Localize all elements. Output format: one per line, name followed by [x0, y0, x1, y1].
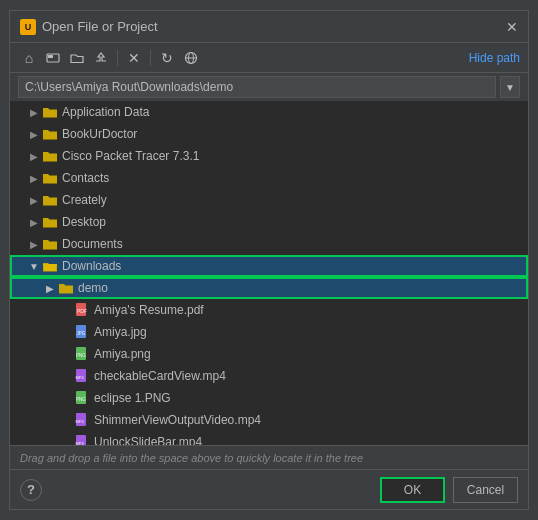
folder-icon	[42, 148, 58, 164]
folder-icon	[42, 236, 58, 252]
item-label: eclipse 1.PNG	[94, 391, 171, 405]
jpg-file-icon: JPG	[74, 324, 90, 340]
item-label: Desktop	[62, 215, 106, 229]
video2-file-icon: MP4	[74, 412, 90, 428]
tree-item-creately[interactable]: ▶ Creately	[10, 189, 528, 211]
home-button[interactable]: ⌂	[18, 47, 40, 69]
folder-icon-open	[42, 258, 58, 274]
tree-item-cisco[interactable]: ▶ Cisco Packet Tracer 7.3.1	[10, 145, 528, 167]
expand-icon: ▶	[26, 217, 42, 228]
png-file-icon: PNG	[74, 346, 90, 362]
folder-icon	[58, 280, 74, 296]
expand-icon: ▶	[26, 173, 42, 184]
tree-item-application-data[interactable]: ▶ Application Data	[10, 101, 528, 123]
expand-icon: ▶	[26, 129, 42, 140]
svg-text:JPG: JPG	[77, 331, 86, 336]
close-icon[interactable]: ✕	[506, 20, 518, 34]
title-bar: U Open File or Project ✕	[10, 11, 528, 43]
item-label: BookUrDoctor	[62, 127, 137, 141]
folder-button[interactable]	[66, 47, 88, 69]
bottom-bar: ? OK Cancel	[10, 469, 528, 509]
expand-icon: ▼	[26, 261, 42, 272]
tree-item-resume[interactable]: ▶ PDF Amiya's Resume.pdf	[10, 299, 528, 321]
tree-item-desktop[interactable]: ▶ Desktop	[10, 211, 528, 233]
help-button[interactable]: ?	[20, 479, 42, 501]
folder-icon	[42, 170, 58, 186]
item-label: Documents	[62, 237, 123, 251]
cancel-button[interactable]: Cancel	[453, 477, 518, 503]
item-label: Downloads	[62, 259, 121, 273]
toolbar-separator2	[150, 50, 151, 66]
tree-item-checkable[interactable]: ▶ MP4 checkableCardView.mp4	[10, 365, 528, 387]
svg-text:PDF: PDF	[77, 308, 87, 314]
ok-button[interactable]: OK	[380, 477, 445, 503]
action-buttons: OK Cancel	[380, 477, 518, 503]
tree-item-demo[interactable]: ▶ demo	[10, 277, 528, 299]
drive-button[interactable]	[42, 47, 64, 69]
up-button[interactable]	[90, 47, 112, 69]
svg-rect-1	[48, 55, 53, 58]
pdf-file-icon: PDF	[74, 302, 90, 318]
status-text: Drag and drop a file into the space abov…	[20, 452, 363, 464]
item-label: ShimmerViewOutputVideo.mp4	[94, 413, 261, 427]
path-bar: ▼	[10, 73, 528, 101]
video3-file-icon: MP4	[74, 434, 90, 445]
expand-icon: ▶	[26, 239, 42, 250]
title-bar-left: U Open File or Project	[20, 19, 158, 35]
expand-icon: ▶	[26, 195, 42, 206]
toolbar-separator	[117, 50, 118, 66]
item-label: Creately	[62, 193, 107, 207]
network-button[interactable]	[180, 47, 202, 69]
app-icon: U	[20, 19, 36, 35]
hide-path-button[interactable]: Hide path	[469, 51, 520, 65]
item-label: demo	[78, 281, 108, 295]
item-label: Amiya's Resume.pdf	[94, 303, 204, 317]
folder-icon	[42, 214, 58, 230]
tree-item-documents[interactable]: ▶ Documents	[10, 233, 528, 255]
tree-item-shimmer[interactable]: ▶ MP4 ShimmerViewOutputVideo.mp4	[10, 409, 528, 431]
tree-item-bookurdoctor[interactable]: ▶ BookUrDoctor	[10, 123, 528, 145]
toolbar: ⌂ ✕ ↻ Hide path	[10, 43, 528, 73]
svg-text:PNG: PNG	[76, 397, 86, 402]
tree-item-unlock[interactable]: ▶ MP4 UnlockSlideBar.mp4	[10, 431, 528, 445]
folder-icon	[42, 192, 58, 208]
svg-text:PNG: PNG	[76, 353, 86, 358]
tree-item-amiya-png[interactable]: ▶ PNG Amiya.png	[10, 343, 528, 365]
path-input[interactable]	[18, 76, 496, 98]
folder-icon	[42, 126, 58, 142]
item-label: Cisco Packet Tracer 7.3.1	[62, 149, 199, 163]
expand-icon: ▶	[26, 151, 42, 162]
folder-icon	[42, 104, 58, 120]
item-label: checkableCardView.mp4	[94, 369, 226, 383]
dialog-title: Open File or Project	[42, 19, 158, 34]
open-file-dialog: U Open File or Project ✕ ⌂ ✕ ↻ Hide p	[9, 10, 529, 510]
png2-file-icon: PNG	[74, 390, 90, 406]
tree-item-amiya-jpg[interactable]: ▶ JPG Amiya.jpg	[10, 321, 528, 343]
tree-item-eclipse[interactable]: ▶ PNG eclipse 1.PNG	[10, 387, 528, 409]
item-label: Contacts	[62, 171, 109, 185]
video-file-icon: MP4	[74, 368, 90, 384]
expand-icon: ▶	[42, 283, 58, 294]
expand-icon: ▶	[26, 107, 42, 118]
item-label: UnlockSlideBar.mp4	[94, 435, 202, 445]
refresh-button[interactable]: ↻	[156, 47, 178, 69]
delete-button[interactable]: ✕	[123, 47, 145, 69]
tree-item-downloads[interactable]: ▼ Downloads	[10, 255, 528, 277]
status-bar: Drag and drop a file into the space abov…	[10, 445, 528, 469]
toolbar-buttons: ⌂ ✕ ↻	[18, 47, 202, 69]
item-label: Application Data	[62, 105, 149, 119]
svg-text:MP4: MP4	[76, 419, 85, 424]
file-tree[interactable]: ▶ Application Data ▶ BookUrDoctor ▶ Cisc…	[10, 101, 528, 445]
item-label: Amiya.png	[94, 347, 151, 361]
path-dropdown-arrow[interactable]: ▼	[500, 76, 520, 98]
tree-item-contacts[interactable]: ▶ Contacts	[10, 167, 528, 189]
svg-text:MP4: MP4	[76, 375, 85, 380]
item-label: Amiya.jpg	[94, 325, 147, 339]
